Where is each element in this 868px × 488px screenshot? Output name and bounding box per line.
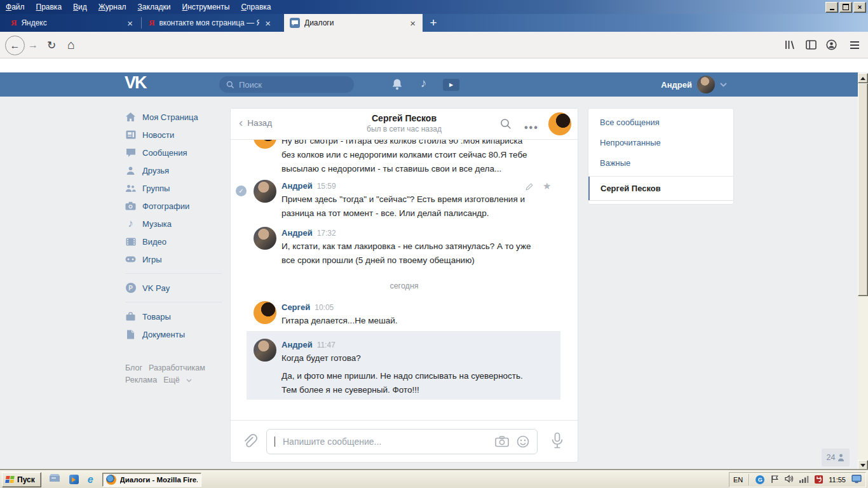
reload-icon[interactable]: ↻ <box>47 39 56 52</box>
active-dialog-item[interactable]: Сергей Песков <box>588 177 733 201</box>
footer-link-blog[interactable]: Блог <box>125 363 142 372</box>
back-icon[interactable]: ← <box>5 36 25 55</box>
menu-tools[interactable]: Инструменты <box>177 0 236 14</box>
user-menu[interactable]: Андрей <box>661 76 727 93</box>
clock[interactable]: 11:55 <box>829 476 846 484</box>
filter-unread[interactable]: Непрочитанные <box>588 132 733 152</box>
star-icon[interactable]: ★ <box>543 180 551 192</box>
sidebar-item-groups[interactable]: Группы <box>125 179 222 197</box>
sidebar-item-games[interactable]: Игры <box>125 250 222 268</box>
sidebar-item-photos[interactable]: Фотографии <box>125 197 222 215</box>
menu-edit[interactable]: Правка <box>31 0 68 14</box>
filter-all-messages[interactable]: Все сообщения <box>588 112 733 132</box>
forward-icon[interactable]: → <box>28 39 38 51</box>
sidebar-item-goods[interactable]: Товары <box>125 308 222 325</box>
dialog-avatar[interactable] <box>548 112 571 135</box>
message-input[interactable]: Напишите сообщение... <box>266 429 538 454</box>
sidebar-item-video[interactable]: Видео <box>125 233 222 250</box>
message-line: И, кстати, как там лакировка - не сильно… <box>281 240 552 254</box>
tab-close-icon[interactable]: × <box>409 18 417 28</box>
sidebar-icon[interactable] <box>806 40 817 50</box>
sidebar-item-music[interactable]: ♪ Музыка <box>125 215 222 233</box>
show-desktop-icon[interactable] <box>49 473 60 485</box>
tab-label: Диалоги <box>304 18 404 27</box>
menu-view[interactable]: Вид <box>67 0 93 14</box>
scroll-up-icon[interactable] <box>858 73 868 83</box>
menu-history[interactable]: Журнал <box>93 0 132 14</box>
menu-bookmarks[interactable]: Закладки <box>132 0 177 14</box>
scroll-down-icon[interactable] <box>858 460 868 470</box>
attach-icon[interactable] <box>241 433 257 452</box>
bell-icon[interactable] <box>391 78 403 93</box>
scrollbar-thumb[interactable] <box>858 83 868 296</box>
video-icon[interactable]: ▶ <box>443 79 459 91</box>
home-icon <box>125 112 136 122</box>
minimize-icon[interactable] <box>825 2 838 13</box>
tab-yandex[interactable]: Я Яндекс × <box>5 14 140 32</box>
menu-icon[interactable] <box>850 41 859 49</box>
firefox-icon <box>106 475 116 485</box>
power-plug-icon[interactable] <box>815 475 823 484</box>
sidebar-item-my-page[interactable]: Моя Страница <box>125 108 222 126</box>
sidebar-item-vkpay[interactable]: P VK Pay <box>125 279 222 297</box>
chevron-down-icon <box>186 379 192 383</box>
sidebar-item-documents[interactable]: Документы <box>125 325 222 343</box>
home-icon[interactable]: ⌂ <box>67 37 75 52</box>
user-name: Андрей <box>661 80 692 90</box>
avatar[interactable] <box>254 301 276 324</box>
message-author[interactable]: Андрей <box>281 181 313 191</box>
avatar[interactable] <box>254 339 276 362</box>
online-friends-badge[interactable]: 24 <box>822 449 850 466</box>
filter-important[interactable]: Важные <box>588 152 733 173</box>
message-line: Тем более я не суеверный. Фото!!! <box>281 383 560 397</box>
footer-link-ads[interactable]: Реклама <box>125 376 157 384</box>
vk-search[interactable]: Поиск <box>219 76 354 93</box>
tab-dialogs[interactable]: Диалоги × <box>284 14 423 32</box>
message: ✓ Андрей15:59 Причем здесь "тогда" и "се… <box>231 180 578 220</box>
avatar[interactable] <box>254 180 276 203</box>
sidebar-item-friends[interactable]: Друзья <box>125 161 222 179</box>
edit-icon[interactable] <box>525 182 534 194</box>
library-icon[interactable] <box>784 39 796 50</box>
tab-vk-page[interactable]: Я вконтакте моя страница — Янд × <box>143 14 278 32</box>
more-icon[interactable]: ••• <box>524 122 539 133</box>
message-author[interactable]: Андрей <box>281 340 313 349</box>
browser-scrollbar[interactable] <box>858 73 868 470</box>
mic-icon[interactable] <box>550 432 564 452</box>
avatar[interactable] <box>254 227 276 250</box>
tab-close-icon[interactable]: × <box>126 18 134 28</box>
media-player-icon[interactable] <box>69 475 79 484</box>
menu-help[interactable]: Справка <box>235 0 276 14</box>
restore-icon[interactable] <box>839 2 852 13</box>
sidebar-item-news[interactable]: Новости <box>125 126 222 144</box>
emoji-icon[interactable] <box>517 435 529 448</box>
tray-app-icon[interactable]: G <box>756 475 764 484</box>
new-tab-button[interactable]: + <box>423 14 444 32</box>
music-icon[interactable]: ♪ <box>421 76 427 90</box>
start-button[interactable]: Пуск <box>2 472 41 487</box>
footer-link-more[interactable]: Ещё <box>163 376 180 384</box>
search-icon[interactable] <box>500 118 512 132</box>
internet-explorer-icon[interactable]: e <box>88 475 93 485</box>
footer-link-developers[interactable]: Разработчикам <box>149 363 205 372</box>
monitor-icon[interactable] <box>851 475 862 485</box>
windows-logo-icon <box>5 476 15 483</box>
message-author[interactable]: Сергей <box>281 302 310 312</box>
camera-icon[interactable] <box>495 436 509 447</box>
message-line: все сроки прошли (5 дней по твоему обеща… <box>281 254 552 268</box>
menu-file[interactable]: Файл <box>0 0 31 14</box>
volume-icon[interactable] <box>785 475 794 484</box>
tab-close-icon[interactable]: × <box>264 18 272 28</box>
language-indicator[interactable]: EN <box>733 476 743 484</box>
message-author[interactable]: Андрей <box>281 228 313 238</box>
network-signal-icon[interactable] <box>799 475 809 484</box>
message-placeholder: Напишите сообщение... <box>283 437 487 447</box>
tab-bar: Я Яндекс × Я вконтакте моя страница — Ян… <box>0 14 868 32</box>
flag-icon[interactable] <box>770 475 779 485</box>
account-icon[interactable] <box>826 39 837 50</box>
taskbar-window-button[interactable]: Диалоги - Mozilla Fire... <box>102 473 201 487</box>
sidebar-item-messages[interactable]: Сообщения <box>125 144 222 161</box>
close-icon[interactable]: × <box>853 2 866 13</box>
vk-logo[interactable]: VK <box>125 73 146 93</box>
window-controls: × <box>825 2 868 13</box>
